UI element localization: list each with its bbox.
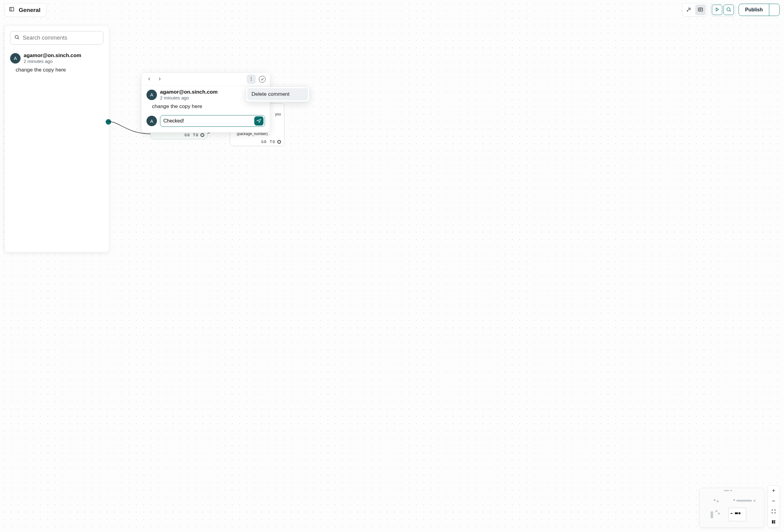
comments-mode-button[interactable] bbox=[695, 5, 706, 15]
comment-time: 2 minutes ago bbox=[24, 59, 81, 64]
comment-lines-icon bbox=[698, 7, 703, 13]
page-title: General bbox=[19, 7, 40, 13]
svg-rect-17 bbox=[774, 520, 776, 522]
minimap-node bbox=[731, 513, 732, 514]
comment-body: change the copy here bbox=[146, 104, 265, 110]
avatar: A bbox=[146, 116, 157, 126]
minimap-node bbox=[724, 490, 729, 491]
avatar: A bbox=[146, 90, 157, 100]
comment-body: change the copy here bbox=[10, 67, 104, 73]
chevron-right-icon bbox=[157, 77, 162, 82]
minimap-viewport[interactable] bbox=[728, 508, 746, 521]
avatar: A bbox=[10, 53, 21, 63]
svg-line-9 bbox=[18, 38, 19, 39]
minimap-node bbox=[710, 511, 713, 518]
publish-dropdown-button[interactable] bbox=[769, 4, 779, 16]
search-input-wrap[interactable] bbox=[10, 31, 104, 45]
minimap-node bbox=[716, 510, 717, 512]
comment-head: A agamor@on.sinch.com 2 minutes ago bbox=[10, 53, 104, 64]
layout-icon bbox=[771, 520, 776, 525]
chevron-left-icon bbox=[147, 77, 152, 82]
popup-actions bbox=[247, 75, 267, 84]
more-actions-button[interactable] bbox=[247, 75, 256, 84]
reply-input-wrap[interactable] bbox=[160, 115, 265, 127]
search-icon bbox=[726, 7, 731, 13]
svg-rect-16 bbox=[772, 520, 774, 524]
svg-marker-5 bbox=[716, 8, 719, 11]
fullscreen-icon bbox=[771, 509, 776, 515]
search-button[interactable] bbox=[724, 5, 734, 15]
zoom-out-button[interactable] bbox=[768, 496, 779, 506]
node-text-fragment: you bbox=[275, 112, 281, 116]
context-menu: Delete comment bbox=[246, 87, 310, 102]
sidebar-toggle-icon bbox=[9, 6, 15, 13]
minimap-node bbox=[738, 512, 740, 514]
goto-port[interactable] bbox=[200, 133, 204, 137]
search-input[interactable] bbox=[23, 35, 100, 41]
goto-port[interactable] bbox=[277, 140, 281, 144]
minimap-node bbox=[733, 499, 735, 501]
minimap-node bbox=[736, 500, 752, 502]
send-reply-button[interactable] bbox=[254, 116, 263, 125]
more-vertical-icon bbox=[249, 77, 254, 82]
reply-row: A bbox=[146, 115, 265, 127]
comment-user: agamor@on.sinch.com bbox=[24, 53, 81, 59]
goto-row: GO TO bbox=[185, 133, 204, 137]
minimap-node bbox=[730, 490, 732, 491]
svg-point-6 bbox=[727, 8, 730, 11]
popup-nav bbox=[145, 75, 164, 84]
tools-icon bbox=[686, 7, 692, 13]
goto-label: GO TO bbox=[185, 133, 199, 137]
search-icon bbox=[14, 34, 20, 41]
svg-rect-2 bbox=[698, 8, 703, 11]
svg-rect-18 bbox=[774, 522, 776, 524]
next-comment-button[interactable] bbox=[155, 75, 164, 84]
plus-icon bbox=[771, 488, 776, 494]
tools-button[interactable] bbox=[683, 5, 694, 15]
comment-popup: A agamor@on.sinch.com 2 minutes ago chan… bbox=[141, 72, 270, 132]
zoom-in-button[interactable] bbox=[768, 486, 779, 496]
minimap-node bbox=[718, 513, 720, 514]
svg-point-8 bbox=[15, 35, 19, 39]
minimap-node bbox=[717, 500, 719, 502]
minimap-node bbox=[754, 500, 755, 502]
play-button[interactable] bbox=[712, 5, 722, 15]
comment-list-item[interactable]: A agamor@on.sinch.com 2 minutes ago chan… bbox=[10, 53, 104, 73]
goto-label: GO TO bbox=[261, 140, 276, 144]
svg-point-12 bbox=[251, 80, 252, 81]
svg-point-10 bbox=[251, 77, 252, 78]
toolbar: Publish bbox=[682, 3, 780, 17]
publish-button[interactable]: Publish bbox=[739, 4, 769, 16]
minimap[interactable] bbox=[699, 488, 764, 528]
check-circle-icon bbox=[259, 76, 265, 83]
publish-group: Publish bbox=[738, 4, 780, 16]
minimap-node bbox=[714, 499, 716, 501]
flow-start-node[interactable] bbox=[106, 119, 111, 125]
prev-comment-button[interactable] bbox=[145, 75, 154, 84]
comments-panel: A agamor@on.sinch.com 2 minutes ago chan… bbox=[4, 25, 109, 252]
delete-comment-item[interactable]: Delete comment bbox=[247, 88, 308, 100]
run-search-group bbox=[710, 3, 735, 17]
svg-rect-0 bbox=[9, 7, 14, 11]
popup-toolbar bbox=[142, 73, 270, 86]
reply-input[interactable] bbox=[163, 118, 252, 124]
send-icon bbox=[256, 118, 261, 124]
resolve-comment-button[interactable] bbox=[258, 75, 267, 84]
minimap-node bbox=[735, 512, 738, 514]
goto-row: GO TO bbox=[261, 140, 281, 144]
comment-time: 2 minutes ago bbox=[160, 95, 218, 100]
toggle-minimap-button[interactable] bbox=[768, 517, 779, 527]
svg-point-11 bbox=[251, 78, 252, 79]
mode-group bbox=[682, 3, 707, 17]
minus-icon bbox=[771, 499, 776, 504]
page-chip[interactable]: General bbox=[4, 3, 46, 17]
svg-line-7 bbox=[730, 10, 731, 12]
comment-user: agamor@on.sinch.com bbox=[160, 89, 218, 95]
fit-view-button[interactable] bbox=[768, 506, 779, 517]
play-icon bbox=[714, 7, 720, 13]
zoom-controls bbox=[767, 485, 780, 528]
